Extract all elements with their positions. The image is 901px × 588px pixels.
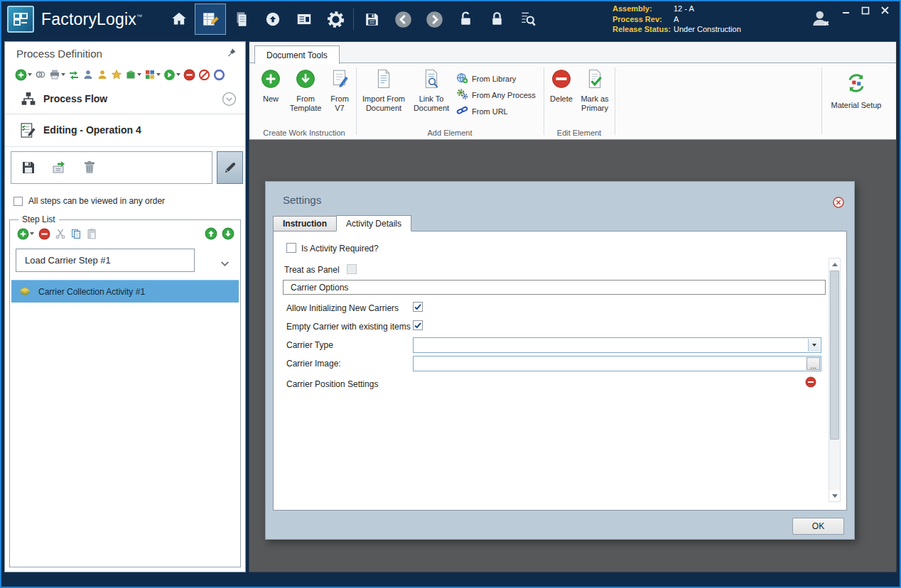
- group-add-element: Import From Document Link To Document Fr…: [357, 63, 542, 139]
- audit-search-icon[interactable]: [512, 4, 544, 35]
- scroll-up-button[interactable]: [829, 258, 840, 270]
- print-icon[interactable]: [49, 69, 65, 80]
- mark-as-primary-button[interactable]: Mark as Primary: [578, 68, 612, 113]
- approver-user-icon[interactable]: [97, 69, 108, 80]
- save-step-button[interactable]: [15, 154, 42, 181]
- from-v7-button[interactable]: From V7: [326, 68, 353, 113]
- process-rev-label: Process Rev:: [613, 14, 674, 25]
- paste-icon[interactable]: [86, 228, 97, 239]
- move-up-icon[interactable]: [205, 227, 217, 240]
- delete-element-button[interactable]: Delete: [546, 68, 576, 104]
- app-title: FactoryLogix™: [41, 10, 142, 29]
- lock-icon[interactable]: [481, 4, 512, 35]
- edit-mode-button[interactable]: [217, 151, 243, 184]
- from-url-button[interactable]: From URL: [456, 104, 508, 118]
- import-from-document-button[interactable]: Import From Document: [360, 68, 408, 113]
- carrier-image-label: Carrier Image:: [286, 359, 341, 369]
- allow-initializing-checkbox[interactable]: [413, 302, 423, 312]
- activity-list-item[interactable]: Carrier Collection Activity #1: [11, 280, 239, 303]
- is-activity-required-checkbox[interactable]: [286, 243, 296, 253]
- all-steps-label: All steps can be viewed in any order: [28, 196, 165, 206]
- copy-icon[interactable]: [70, 228, 82, 239]
- from-library-icon: [456, 72, 468, 85]
- window-bottom-strip: [1, 574, 900, 587]
- scroll-down-button[interactable]: [829, 490, 840, 501]
- scroll-thumb[interactable]: [830, 271, 839, 440]
- from-template-button[interactable]: From Template: [286, 68, 325, 113]
- delete-step-button[interactable]: [76, 154, 103, 181]
- assign-user-icon[interactable]: [82, 69, 94, 80]
- add-step-icon[interactable]: [17, 228, 34, 240]
- remove-carrier-position-button[interactable]: [805, 376, 816, 388]
- palette-icon[interactable]: [144, 69, 161, 80]
- link-icon[interactable]: [35, 69, 46, 80]
- app-logo-icon: [7, 6, 34, 33]
- new-button[interactable]: New: [257, 68, 285, 104]
- settings-gear-icon[interactable]: [320, 4, 351, 35]
- all-steps-checkbox[interactable]: [14, 197, 23, 206]
- chevron-down-icon: [28, 73, 32, 76]
- close-button[interactable]: [880, 6, 890, 15]
- carrier-type-select[interactable]: [413, 337, 821, 353]
- main-area: Document Tools New From Template From V7…: [249, 41, 897, 572]
- home-icon[interactable]: [163, 4, 195, 35]
- unlock-icon[interactable]: [450, 4, 481, 35]
- empty-carrier-checkbox[interactable]: [413, 320, 423, 330]
- step-name-box[interactable]: Load Carrier Step #1: [16, 249, 195, 272]
- chevron-down-icon: [61, 73, 65, 76]
- browse-button[interactable]: ...: [806, 357, 820, 370]
- group-caption: Add Element: [357, 129, 542, 137]
- tab-instruction[interactable]: Instruction: [273, 216, 337, 232]
- group-separator: [356, 67, 357, 135]
- dialog-close-icon[interactable]: [833, 197, 844, 208]
- forward-icon[interactable]: [419, 4, 450, 35]
- empty-carrier-label: Empty Carrier with existing items: [286, 322, 411, 332]
- material-setup-button[interactable]: Material Setup: [825, 72, 887, 110]
- block-icon[interactable]: [198, 69, 210, 81]
- process-documents-icon[interactable]: [226, 4, 257, 35]
- group-separator: [615, 67, 615, 135]
- tab-document-tools[interactable]: Document Tools: [254, 45, 340, 64]
- link-to-document-button[interactable]: Link To Document: [409, 68, 453, 113]
- remove-step-icon[interactable]: [38, 228, 50, 240]
- remove-icon[interactable]: [183, 69, 195, 81]
- package-icon[interactable]: [125, 69, 141, 80]
- back-icon[interactable]: [387, 4, 419, 35]
- maximize-button[interactable]: [860, 6, 870, 15]
- collapse-icon[interactable]: [222, 92, 237, 109]
- treat-as-panel-label: Treat as Panel: [284, 265, 340, 275]
- import-step-button[interactable]: [45, 154, 72, 181]
- add-icon[interactable]: [15, 69, 32, 81]
- assembly-row: Assembly:12 - A: [613, 4, 741, 14]
- favorite-star-icon[interactable]: [111, 69, 122, 80]
- user-logout-icon[interactable]: [810, 8, 831, 32]
- from-any-process-button[interactable]: From Any Process: [456, 88, 536, 102]
- publish-icon[interactable]: [257, 4, 288, 35]
- dropdown-button[interactable]: [808, 339, 820, 352]
- step-chevron-icon[interactable]: [220, 257, 230, 270]
- cut-icon[interactable]: [55, 228, 66, 239]
- tab-activity-details[interactable]: Activity Details: [336, 215, 411, 232]
- carrier-options-header: Carrier Options: [283, 280, 826, 295]
- group-separator: [544, 67, 544, 135]
- step-list-toolbar: [17, 227, 234, 240]
- sync-icon[interactable]: [68, 69, 80, 80]
- news-icon[interactable]: [288, 4, 320, 35]
- from-library-button[interactable]: From Library: [456, 72, 516, 85]
- ok-button[interactable]: OK: [792, 518, 844, 535]
- save-icon[interactable]: [356, 4, 387, 35]
- chevron-down-icon: [137, 73, 141, 76]
- assembly-value: 12 - A: [674, 4, 694, 13]
- minimize-button[interactable]: [841, 6, 851, 15]
- window-controls: [841, 6, 890, 15]
- process-flow-row[interactable]: Process Flow: [5, 86, 245, 113]
- group-caption: Edit Element: [545, 129, 613, 137]
- move-down-icon[interactable]: [222, 227, 234, 240]
- record-icon[interactable]: [213, 69, 225, 81]
- vertical-scrollbar[interactable]: [829, 258, 841, 502]
- carrier-image-input[interactable]: ...: [413, 356, 821, 371]
- pin-icon[interactable]: [227, 48, 237, 60]
- dialog-title: Settings: [283, 194, 321, 206]
- run-icon[interactable]: [163, 69, 180, 81]
- work-instructions-icon[interactable]: [195, 4, 226, 35]
